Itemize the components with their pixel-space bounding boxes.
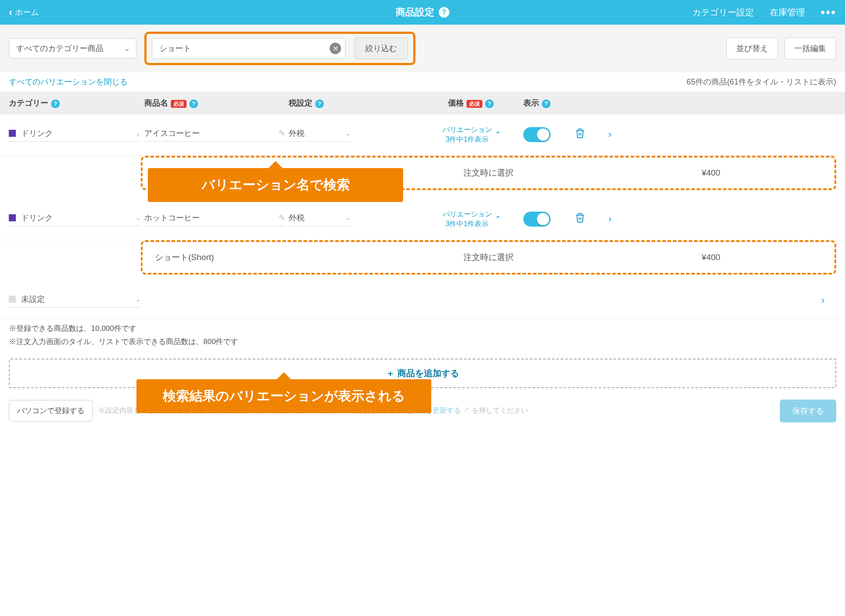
pencil-icon: ✎ xyxy=(279,128,285,138)
required-badge: 必須 xyxy=(171,100,187,108)
col-display: 表示? xyxy=(511,98,563,108)
trash-icon[interactable] xyxy=(567,128,593,141)
variation-name: ショート(Short) xyxy=(155,252,377,263)
category-name: 未設定 xyxy=(21,294,130,304)
category-field[interactable]: 未設定 ⌄ xyxy=(9,294,141,308)
display-toggle[interactable] xyxy=(523,127,551,142)
variation-link[interactable]: バリエーション3件中1件表示 ⌃ xyxy=(437,209,507,229)
col-tax: 税設定? xyxy=(289,98,350,108)
variation-price: ¥400 xyxy=(600,168,822,178)
pc-register-button[interactable]: パソコンで登録する xyxy=(9,400,93,422)
chevron-right-icon[interactable]: › xyxy=(597,129,623,140)
callout-search-result: 検索結果のバリエーションが表示される xyxy=(136,379,431,413)
help-icon[interactable]: ? xyxy=(315,99,324,108)
sub-toolbar: すべてのバリエーションを閉じる 65件の商品(61件をタイル・リストに表示) xyxy=(0,72,845,92)
sort-button[interactable]: 並び替え xyxy=(726,37,778,59)
pencil-icon: ✎ xyxy=(279,213,285,223)
notes-section: ※登録できる商品数は、10,000件です ※注文入力画面のタイル、リストで表示で… xyxy=(0,319,845,352)
chevron-down-icon: ⌄ xyxy=(136,296,141,303)
search-highlight-box: ✕ 絞り込む xyxy=(144,32,415,65)
chevron-up-icon: ⌃ xyxy=(495,130,501,139)
nav-category-settings[interactable]: カテゴリー設定 xyxy=(692,7,754,18)
chevron-down-icon: ⌄ xyxy=(345,214,350,221)
back-label: ホーム xyxy=(15,7,39,18)
col-name: 商品名必須? xyxy=(144,98,285,108)
variation-link[interactable]: バリエーション3件中1件表示 ⌃ xyxy=(437,125,507,145)
category-color-swatch xyxy=(9,214,16,221)
product-name: ホットコーヒー xyxy=(144,213,200,223)
note-line: ※注文入力画面のタイル、リストで表示できる商品数は、800件です xyxy=(9,335,836,349)
category-select[interactable]: すべてのカテゴリー商品 xyxy=(9,38,136,59)
nav-stock-management[interactable]: 在庫管理 xyxy=(770,7,805,18)
note-line: ※登録できる商品数は、10,000件です xyxy=(9,322,836,336)
filter-button[interactable]: 絞り込む xyxy=(354,37,408,59)
app-header: ‹ ホーム 商品設定 ? カテゴリー設定 在庫管理 ••• xyxy=(0,0,845,25)
product-name-field[interactable]: ホットコーヒー ✎ xyxy=(144,213,285,226)
chevron-right-icon[interactable]: › xyxy=(810,295,836,306)
category-field[interactable]: ドリンク ⌄ xyxy=(9,128,141,142)
product-row: ドリンク ⌄ アイスコーヒー ✎ 外税 ⌄ バリエーション3件中1件表示 ⌃ › xyxy=(0,114,845,156)
chevron-down-icon: ⌄ xyxy=(136,130,141,137)
variation-result-box: ショート(Short) 注文時に選択 ¥400 xyxy=(141,240,836,275)
page-title: 商品設定 xyxy=(396,6,434,19)
category-color-swatch xyxy=(9,130,16,137)
display-toggle[interactable] xyxy=(523,212,551,227)
trash-icon[interactable] xyxy=(567,213,593,226)
item-count-text: 65件の商品(61件をタイル・リストに表示) xyxy=(687,77,836,87)
required-badge: 必須 xyxy=(467,100,482,108)
more-icon[interactable]: ••• xyxy=(821,6,836,18)
column-headers: カテゴリー? 商品名必須? 税設定? 価格必須? 表示? xyxy=(0,92,845,114)
category-name: ドリンク xyxy=(21,213,130,223)
callout-search-by-variation: バリエーション名で検索 xyxy=(148,168,403,202)
variation-option: 注文時に選択 xyxy=(377,167,599,179)
tax-field[interactable]: 外税 ⌄ xyxy=(289,213,350,226)
product-name: アイスコーヒー xyxy=(144,128,200,139)
help-icon[interactable]: ? xyxy=(542,99,551,108)
category-color-swatch xyxy=(9,296,16,303)
help-icon[interactable]: ? xyxy=(51,99,60,108)
col-price: 価格必須? xyxy=(437,98,507,108)
category-field[interactable]: ドリンク ⌄ xyxy=(9,213,141,226)
toolbar: すべてのカテゴリー商品 ⌄ ✕ 絞り込む 並び替え 一括編集 xyxy=(0,25,845,72)
chevron-right-icon[interactable]: › xyxy=(597,213,623,225)
search-input[interactable] xyxy=(152,38,345,59)
bulk-edit-button[interactable]: 一括編集 xyxy=(784,37,836,59)
page-title-group: 商品設定 ? xyxy=(396,6,449,19)
tax-value: 外税 xyxy=(289,213,305,223)
clear-icon[interactable]: ✕ xyxy=(330,43,341,54)
back-button[interactable]: ‹ ホーム xyxy=(9,6,39,18)
help-icon[interactable]: ? xyxy=(485,99,494,108)
product-row: 未設定 ⌄ › xyxy=(0,283,845,319)
help-icon[interactable]: ? xyxy=(439,7,449,18)
tax-value: 外税 xyxy=(289,128,305,139)
help-icon[interactable]: ? xyxy=(189,99,198,108)
category-name: ドリンク xyxy=(21,128,130,139)
variation-price: ¥400 xyxy=(600,253,822,262)
close-all-variations-link[interactable]: すべてのバリエーションを閉じる xyxy=(9,77,128,87)
chevron-left-icon: ‹ xyxy=(9,6,12,18)
save-button[interactable]: 保存する xyxy=(780,400,836,422)
plus-icon: ＋ xyxy=(386,368,397,378)
col-category: カテゴリー? xyxy=(9,98,141,108)
chevron-down-icon: ⌄ xyxy=(136,214,141,221)
chevron-up-icon: ⌃ xyxy=(495,214,501,224)
tax-field[interactable]: 外税 ⌄ xyxy=(289,128,350,142)
chevron-down-icon: ⌄ xyxy=(345,130,350,137)
product-row: ドリンク ⌄ ホットコーヒー ✎ 外税 ⌄ バリエーション3件中1件表示 ⌃ › xyxy=(0,199,845,240)
header-nav: カテゴリー設定 在庫管理 ••• xyxy=(692,6,836,18)
product-name-field[interactable]: アイスコーヒー ✎ xyxy=(144,128,285,142)
variation-option: 注文時に選択 xyxy=(377,252,599,263)
